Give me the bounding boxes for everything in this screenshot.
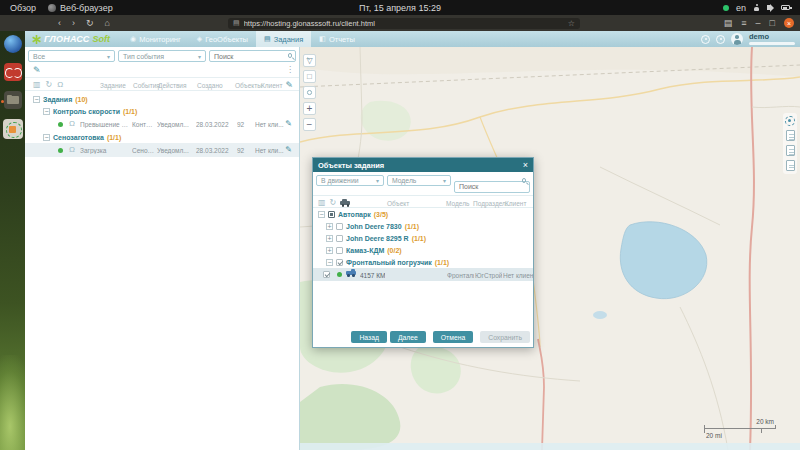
columns-icon[interactable]: ▥ (33, 80, 41, 89)
columns-icon[interactable]: ▥ (318, 198, 326, 207)
edit-columns-icon[interactable]: ✎ (285, 80, 293, 90)
layers-icon[interactable] (786, 160, 795, 171)
zoom-in-button[interactable]: + (303, 102, 316, 115)
next-button[interactable]: Далее (390, 331, 426, 343)
checkbox-checked[interactable] (323, 271, 330, 278)
reload-button[interactable]: ↻ (86, 15, 94, 31)
col-model[interactable]: Модель (446, 200, 469, 207)
active-app-indicator[interactable]: Веб-браузер (48, 3, 113, 13)
object-row-selected[interactable]: 4157 КМ Фронтальн... ЮгСтройС... Нет кли… (313, 268, 533, 281)
user-link[interactable] (749, 42, 795, 45)
settings-icon[interactable] (716, 35, 725, 44)
edit-icon[interactable]: ✎ (33, 65, 41, 75)
tree-root-fleet[interactable]: Автопарк (3/5) (313, 208, 533, 220)
collapse-icon[interactable] (43, 134, 50, 141)
legend-icon[interactable] (786, 130, 795, 141)
files-dock-icon[interactable] (4, 91, 22, 109)
bell-icon[interactable] (701, 35, 710, 44)
maximize-button[interactable]: □ (770, 18, 775, 28)
red-app-dock-icon[interactable] (4, 63, 22, 81)
menu-reports[interactable]: ◧ Отчеты (311, 31, 363, 47)
avatar[interactable] (731, 33, 743, 45)
close-button[interactable]: × (784, 18, 794, 28)
tree-root-tasks[interactable]: Задания (10) (25, 93, 299, 105)
motion-filter-select[interactable]: В движении▾ (316, 175, 384, 186)
tree-group-jd7830[interactable]: John Deere 7830 (1/1) (313, 220, 533, 232)
map-side-tools (783, 113, 797, 174)
collapse-icon[interactable] (318, 211, 325, 218)
bell-icon[interactable]: Ω (57, 80, 63, 89)
expand-icon[interactable] (326, 223, 333, 230)
vehicle-icon[interactable] (340, 201, 350, 205)
kebab-menu-icon[interactable]: ⋮ (286, 65, 294, 74)
collapse-icon[interactable] (326, 259, 333, 266)
cancel-button[interactable]: Отмена (433, 331, 473, 343)
map[interactable]: ▽ □ + − 20 km 20 mi Объекты задания × (300, 47, 800, 450)
close-icon[interactable]: × (523, 160, 528, 170)
reading-list-icon[interactable]: ▤ (724, 18, 733, 28)
task-filter-select[interactable]: Все▾ (28, 50, 115, 62)
table-row[interactable]: Ω Превышение скорости Контрол... Уведомл… (25, 117, 299, 131)
object-search-input[interactable] (454, 181, 530, 193)
address-bar[interactable]: ▤ https://hosting.glonasssoft.ru/client.… (228, 18, 580, 29)
checkbox-indeterminate[interactable] (328, 211, 335, 218)
activities-button[interactable]: Обзор (10, 3, 36, 13)
checkbox[interactable] (336, 247, 343, 254)
event-type-select[interactable]: Тип события▾ (118, 50, 206, 62)
back-button[interactable]: Назад (351, 331, 386, 343)
model-filter-select[interactable]: Модель▾ (387, 175, 451, 186)
menu-hamburger-icon[interactable]: ≡ (741, 18, 746, 28)
col-events[interactable]: События (133, 82, 160, 89)
edit-task-icon[interactable]: ✎ (285, 145, 292, 154)
forward-button[interactable]: › (72, 15, 75, 31)
tree-group-kamaz[interactable]: Камаз-КДМ (0/2) (313, 244, 533, 256)
software-updater-dock-icon[interactable] (3, 119, 23, 139)
checkbox[interactable] (336, 223, 343, 230)
map-search-icon[interactable] (303, 86, 316, 99)
area-select-icon[interactable]: □ (303, 70, 316, 83)
clock[interactable]: Пт, 15 апреля 15:29 (359, 0, 441, 15)
table-row[interactable]: Ω Загрузка Сенозаг... Уведомл... 28.03.2… (25, 143, 299, 157)
col-objects[interactable]: Объекты (235, 82, 262, 89)
print-icon[interactable] (786, 145, 795, 156)
modal-header[interactable]: Объекты задания × (313, 158, 533, 172)
tree-group-jd8295[interactable]: John Deere 8295 R (1/1) (313, 232, 533, 244)
collapse-icon[interactable] (33, 96, 40, 103)
volume-icon[interactable] (767, 5, 770, 10)
col-created[interactable]: Создано (197, 82, 223, 89)
menu-tasks[interactable]: ▤ Задания (256, 31, 311, 47)
home-button[interactable]: ⌂ (105, 15, 110, 31)
user-menu[interactable]: demo (749, 33, 797, 45)
col-client[interactable]: Клиент (261, 82, 282, 89)
collapse-icon[interactable] (43, 108, 50, 115)
filter-tool-icon[interactable]: ▽ (303, 54, 316, 67)
tree-group-speed-control[interactable]: Контроль скорости (1/1) (25, 105, 299, 117)
zoom-out-button[interactable]: − (303, 118, 316, 131)
gear-icon[interactable] (785, 116, 795, 126)
expand-icon[interactable] (326, 247, 333, 254)
refresh-icon[interactable]: ↻ (330, 198, 337, 207)
browser-dock-icon[interactable] (4, 35, 22, 53)
url-text[interactable]: https://hosting.glonasssoft.ru/client.ht… (244, 19, 564, 28)
battery-icon[interactable] (781, 5, 790, 10)
tree-group-haymaking[interactable]: Сенозаготовка (1/1) (25, 131, 299, 143)
bookmark-star-icon[interactable]: ☆ (568, 19, 575, 28)
menu-monitoring[interactable]: ◉ Мониторинг (122, 31, 189, 47)
tree-group-loader[interactable]: Фронтальный погрузчик (1/1) (313, 256, 533, 268)
save-button[interactable]: Сохранить (480, 331, 530, 343)
back-button[interactable]: ‹ (58, 15, 61, 31)
col-task[interactable]: Задание (100, 82, 126, 89)
accessibility-icon[interactable] (753, 4, 760, 12)
edit-task-icon[interactable]: ✎ (285, 119, 292, 128)
col-object[interactable]: Объект (387, 200, 409, 207)
expand-icon[interactable] (326, 235, 333, 242)
menu-geoobjects[interactable]: ◈ ГеоОбъекты (189, 31, 256, 47)
checkbox-checked[interactable] (336, 259, 343, 266)
keyboard-layout-indicator[interactable]: en (736, 3, 746, 13)
refresh-icon[interactable]: ↻ (46, 80, 53, 89)
checkbox[interactable] (336, 235, 343, 242)
task-search-input[interactable] (209, 50, 296, 62)
minimize-button[interactable]: – (756, 18, 761, 28)
col-actions[interactable]: Действия (158, 82, 186, 89)
col-client[interactable]: Клиент (505, 200, 526, 207)
